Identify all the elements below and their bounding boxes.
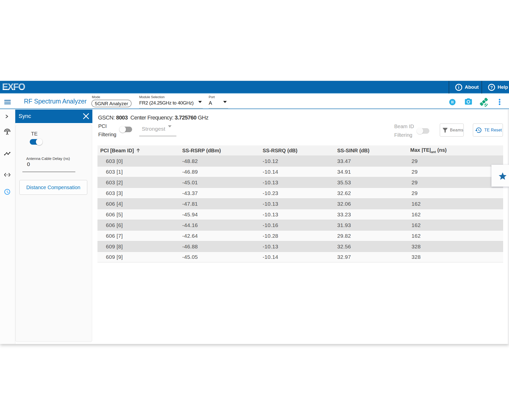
svg-text:?: ?: [490, 85, 493, 90]
